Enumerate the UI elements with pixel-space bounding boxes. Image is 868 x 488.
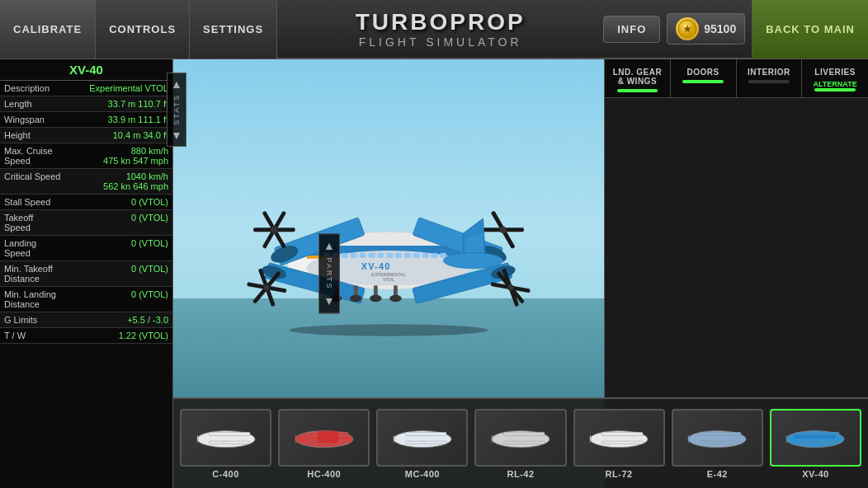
svg-point-60 [443, 252, 502, 268]
svg-rect-73 [405, 441, 446, 443]
stats-table: Description Experimental VTOL Length 33.… [0, 81, 172, 344]
stats-row: Max. Cruise Speed 880 km/h475 kn 547 mph [0, 143, 172, 169]
aircraft-thumbnail [770, 409, 861, 467]
parts-tab[interactable]: ▲ PARTS ▼ [318, 233, 340, 313]
aircraft-svg: XV-40 EXPERIMENTAL VTOL [215, 101, 563, 381]
aircraft-label: HC-400 [307, 469, 341, 479]
aircraft-thumb-hc400[interactable]: HC-400 [278, 409, 370, 479]
aircraft-thumb-svg [578, 413, 660, 462]
parts-btn-interior[interactable]: INTERIOR [737, 59, 803, 97]
parts-btn-doors[interactable]: DOORS [671, 59, 737, 97]
app-subtitle: FLIGHT SIMULATOR [359, 35, 522, 49]
svg-rect-76 [503, 432, 545, 435]
stats-row: Takeoff Speed 0 (VTOL) [0, 210, 172, 236]
svg-marker-83 [688, 434, 690, 443]
svg-rect-63 [209, 432, 250, 435]
svg-text:★: ★ [683, 24, 692, 34]
stat-value: 0 (VTOL) [66, 287, 172, 312]
stat-label: Min. Landing Distance [0, 287, 66, 312]
aircraft-thumb-svg [479, 413, 562, 462]
stat-label: Takeoff Speed [0, 210, 66, 236]
aircraft-thumbnail [672, 409, 763, 467]
parts-indicator [748, 80, 790, 83]
svg-marker-87 [786, 434, 788, 443]
calibrate-button[interactable]: CALIBRATE [0, 0, 96, 59]
stat-value: 1.22 (VTOL) [66, 328, 172, 344]
aircraft-thumb-e42[interactable]: E-42 [672, 409, 763, 479]
stats-row: Wingspan 33.9 m 111.1 ft [0, 112, 172, 128]
app-title: TURBOPROP [356, 9, 526, 35]
stats-tab[interactable]: ▲ STATS ▼ [167, 73, 186, 147]
aircraft-thumb-rl72[interactable]: RL-72 [573, 409, 665, 479]
svg-text:EXPERIMENTAL: EXPERIMENTAL [371, 272, 405, 277]
stat-label: Stall Speed [0, 195, 66, 210]
aircraft-label: C-400 [212, 469, 238, 479]
aircraft-thumb-svg [381, 413, 464, 462]
aircraft-thumb-svg [676, 413, 758, 462]
stats-row: T / W 1.22 (VTOL) [0, 328, 172, 344]
stat-value: 0 (VTOL) [66, 236, 172, 261]
stat-value: Experimental VTOL [66, 81, 172, 96]
svg-point-45 [264, 284, 270, 290]
svg-point-53 [350, 295, 361, 302]
svg-rect-80 [601, 432, 643, 435]
svg-marker-66 [295, 434, 297, 443]
aircraft-name: XV-40 [0, 59, 172, 81]
svg-rect-15 [378, 253, 384, 257]
stat-value: 33.9 m 111.1 ft [66, 112, 172, 128]
stats-row: Critical Speed 1040 km/h562 kn 646 mph [0, 169, 172, 195]
info-button[interactable]: INFO [603, 16, 660, 43]
aircraft-thumbnail [376, 409, 468, 467]
parts-btn-lnd.-gear---wings[interactable]: LND. GEAR& WINGS [605, 59, 671, 97]
parts-btn-liveries[interactable]: LIVERIES ALTERNATE [802, 59, 868, 97]
top-bar: CALIBRATE CONTROLS SETTINGS TURBOPROP FL… [0, 0, 868, 59]
stat-value: 0 (VTOL) [66, 210, 172, 236]
stat-value: 10.4 m 34.0 ft [66, 128, 172, 143]
svg-rect-69 [317, 430, 337, 443]
svg-point-55 [370, 295, 381, 302]
svg-rect-13 [360, 253, 366, 257]
svg-point-49 [507, 284, 513, 290]
coins-value: 95100 [704, 22, 736, 35]
aircraft-thumb-c400[interactable]: C-400 [180, 409, 271, 479]
svg-rect-21 [432, 253, 437, 257]
svg-point-57 [389, 295, 401, 302]
settings-button[interactable]: SETTINGS [190, 0, 277, 59]
svg-point-41 [499, 227, 506, 233]
controls-button[interactable]: CONTROLS [96, 0, 190, 59]
svg-rect-22 [441, 253, 446, 257]
stat-label: T / W [0, 328, 66, 344]
stats-row: Min. Takeoff Distance 0 (VTOL) [0, 261, 172, 287]
aircraft-thumbnail [573, 409, 665, 467]
stats-row: G Limits +5.5 / -3.0 [0, 312, 172, 328]
aircraft-label: RL-42 [507, 469, 534, 479]
aircraft-thumb-svg [774, 413, 856, 462]
svg-marker-79 [590, 434, 592, 443]
coins-display: ★ 95100 [667, 13, 745, 45]
stat-label: Description [0, 81, 66, 96]
parts-btn-label: LIVERIES [805, 68, 865, 77]
aircraft-label: MC-400 [405, 469, 440, 479]
svg-marker-75 [492, 434, 493, 443]
aircraft-thumb-rl42[interactable]: RL-42 [474, 409, 566, 479]
parts-btn-label: LND. GEAR& WINGS [608, 68, 667, 86]
aircraft-thumb-mc400[interactable]: MC-400 [376, 409, 468, 479]
svg-marker-71 [394, 434, 395, 443]
aircraft-thumb-svg [283, 413, 366, 462]
svg-rect-20 [422, 253, 428, 257]
aircraft-selector: C-400 HC-400 MC-400 [173, 397, 868, 488]
stats-tab-label: STATS [172, 94, 181, 125]
stat-label: Length [0, 96, 66, 112]
stats-panel: XV-40 Description Experimental VTOL Leng… [0, 59, 173, 488]
svg-rect-72 [405, 432, 446, 435]
svg-point-2 [289, 324, 488, 336]
aircraft-thumb-xv40[interactable]: XV-40 [770, 409, 861, 479]
stat-label: Critical Speed [0, 169, 66, 195]
parts-btn-label: DOORS [674, 68, 733, 77]
stat-value: +5.5 / -3.0 [66, 312, 172, 328]
back-to-main-button[interactable]: BACK TO MAIN [752, 0, 868, 59]
aircraft-thumbnail [180, 409, 271, 467]
stat-value: 0 (VTOL) [66, 261, 172, 287]
stat-label: G Limits [0, 312, 66, 328]
stat-value: 1040 km/h562 kn 646 mph [66, 169, 172, 195]
